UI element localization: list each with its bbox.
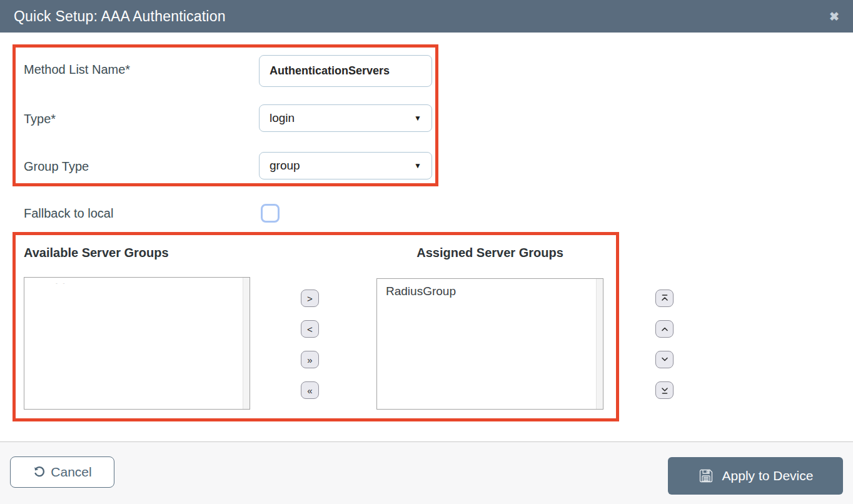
move-right-button[interactable]: > [301, 290, 319, 307]
method-list-name-input[interactable] [259, 55, 432, 87]
dialog-title: Quick Setup: AAA Authentication [14, 8, 226, 25]
cancel-button[interactable]: Cancel [10, 456, 114, 488]
dialog-header: Quick Setup: AAA Authentication ✖ [0, 0, 853, 33]
apply-to-device-button[interactable]: Apply to Device [668, 457, 843, 495]
chevron-down-bar-icon [660, 385, 670, 395]
close-icon[interactable]: ✖ [829, 11, 839, 23]
chevron-down-icon: ▼ [414, 161, 421, 170]
list-item[interactable]: RadiusGroup [377, 279, 603, 298]
type-label: Type* [24, 112, 56, 126]
apply-label: Apply to Device [722, 468, 814, 483]
quick-setup-dialog: Quick Setup: AAA Authentication ✖ Method… [0, 0, 853, 504]
move-to-bottom-button[interactable] [655, 381, 674, 399]
save-icon [698, 468, 714, 484]
scrollbar[interactable] [243, 278, 250, 409]
cancel-label: Cancel [51, 465, 91, 480]
available-server-groups-list[interactable]: - - [24, 277, 250, 410]
type-select[interactable]: login ▼ [259, 104, 432, 132]
move-up-button[interactable] [655, 320, 674, 338]
chevron-up-icon [660, 324, 670, 334]
chevron-down-icon [660, 355, 670, 365]
type-select-value: login [270, 111, 295, 125]
method-list-name-label: Method List Name* [24, 63, 130, 77]
available-server-groups-heading: Available Server Groups [24, 246, 169, 260]
group-type-label: Group Type [24, 159, 89, 174]
ghost-mark: - - [56, 280, 67, 286]
move-to-top-button[interactable] [655, 290, 674, 307]
move-all-left-button[interactable]: « [301, 381, 319, 399]
assigned-server-groups-list[interactable]: RadiusGroup [376, 278, 603, 410]
dialog-footer: Cancel Apply to Device [0, 441, 853, 504]
fallback-to-local-checkbox[interactable] [261, 204, 280, 223]
chevron-up-bar-icon [660, 293, 670, 303]
scrollbar[interactable] [596, 279, 603, 409]
move-down-button[interactable] [655, 351, 674, 368]
assigned-server-groups-heading: Assigned Server Groups [376, 246, 603, 260]
fallback-to-local-label: Fallback to local [24, 206, 113, 221]
undo-icon [33, 466, 45, 478]
chevron-down-icon: ▼ [414, 114, 421, 123]
move-all-right-button[interactable]: » [301, 351, 319, 368]
group-type-select[interactable]: group ▼ [259, 152, 432, 179]
move-left-button[interactable]: < [301, 320, 319, 338]
group-type-select-value: group [270, 159, 300, 173]
